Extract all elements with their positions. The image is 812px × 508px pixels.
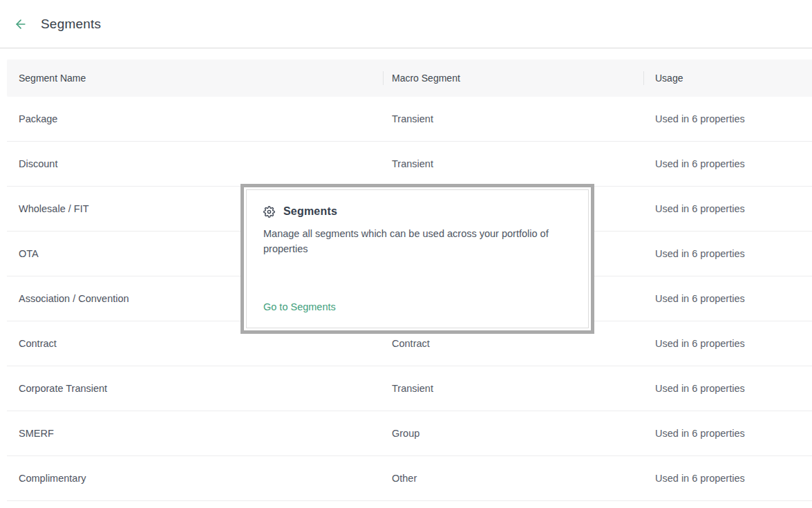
usage-cell: Used in 6 properties: [643, 158, 812, 169]
segment-name-cell: SMERF: [7, 428, 383, 439]
macro-segment-cell: Transient: [383, 113, 643, 124]
table-row[interactable]: Complimentary Other Used in 6 properties: [7, 456, 812, 501]
popup-description: Manage all segments which can be used ac…: [263, 226, 554, 256]
macro-segment-cell: Transient: [383, 383, 643, 394]
segments-tour-card: Segments Manage all segments which can b…: [246, 189, 589, 328]
back-button[interactable]: [12, 15, 30, 33]
table-row[interactable]: SMERF Group Used in 6 properties: [7, 411, 812, 456]
top-bar: Segments: [0, 0, 812, 48]
segment-name-cell: Discount: [7, 158, 383, 169]
table-row[interactable]: Package Transient Used in 6 properties: [7, 97, 812, 142]
usage-cell: Used in 6 properties: [643, 203, 812, 214]
macro-segment-cell: Group: [383, 428, 643, 439]
usage-cell: Used in 6 properties: [643, 383, 812, 394]
segment-name-cell: Package: [7, 113, 383, 124]
usage-cell: Used in 6 properties: [643, 473, 812, 484]
popup-header: Segments: [263, 205, 572, 218]
arrow-left-icon: [14, 17, 28, 31]
segment-name-cell: Complimentary: [7, 473, 383, 484]
usage-cell: Used in 6 properties: [643, 248, 812, 259]
column-header-usage: Usage: [643, 59, 812, 97]
table-row[interactable]: Corporate Transient Transient Used in 6 …: [7, 366, 812, 411]
macro-segment-cell: Other: [383, 473, 643, 484]
usage-cell: Used in 6 properties: [643, 293, 812, 304]
usage-cell: Used in 6 properties: [643, 113, 812, 124]
segment-name-cell: Corporate Transient: [7, 383, 383, 394]
segments-tour-popup: Segments Manage all segments which can b…: [240, 184, 594, 334]
gear-icon: [263, 206, 275, 218]
segment-name-cell: Contract: [7, 338, 383, 349]
usage-cell: Used in 6 properties: [643, 338, 812, 349]
popup-title: Segments: [283, 205, 337, 218]
table-row[interactable]: Discount Transient Used in 6 properties: [7, 142, 812, 187]
macro-segment-cell: Contract: [383, 338, 643, 349]
table-header-row: Segment Name Macro Segment Usage: [7, 59, 812, 97]
column-header-segment-name: Segment Name: [7, 59, 383, 97]
macro-segment-cell: Transient: [383, 158, 643, 169]
page-title: Segments: [41, 17, 101, 32]
usage-cell: Used in 6 properties: [643, 428, 812, 439]
go-to-segments-link[interactable]: Go to Segments: [263, 301, 336, 312]
column-header-macro-segment: Macro Segment: [383, 59, 643, 97]
